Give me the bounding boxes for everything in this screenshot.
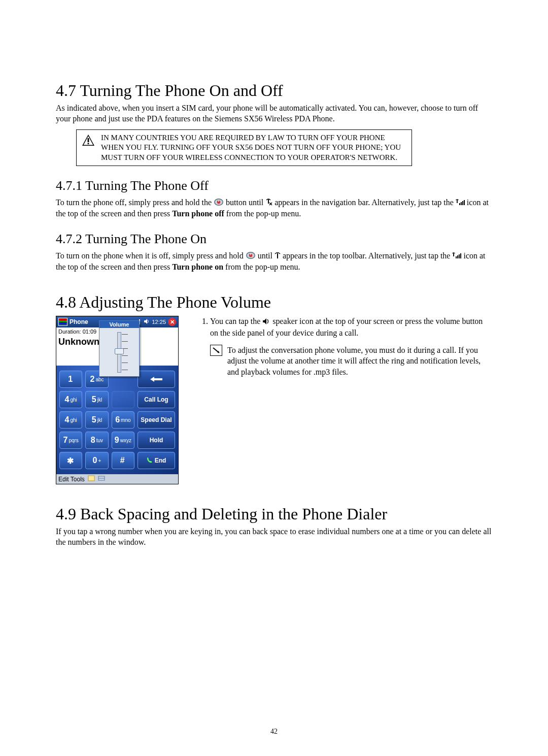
key-star[interactable]: ✱ [59, 452, 82, 469]
volume-slider[interactable] [99, 328, 139, 376]
key-hash[interactable]: # [112, 452, 134, 469]
start-flag-icon [58, 318, 67, 326]
heading-4-9: 4.9 Back Spacing and Deleting in the Pho… [56, 505, 492, 523]
phone-screen: Duration: 01:09 Unknown Volume [56, 327, 178, 484]
backspace-button[interactable] [138, 371, 175, 388]
key-6[interactable] [112, 391, 134, 408]
svg-rect-2 [88, 138, 89, 142]
end-call-button[interactable]: End [138, 452, 175, 469]
phone-title: Phone [70, 318, 88, 325]
key-1[interactable]: 1 [59, 371, 82, 388]
text-bold: Turn phone on [172, 262, 223, 271]
page-number: 42 [0, 728, 548, 736]
key-9[interactable]: 9wxyz [112, 432, 134, 449]
key-5b[interactable]: 5jkl [85, 411, 108, 429]
edit-tools-label[interactable]: Edit Tools [58, 476, 85, 483]
svg-rect-25 [460, 253, 461, 258]
svg-rect-7 [218, 200, 219, 202]
phone-handset-icon [147, 457, 153, 465]
power-button-icon [246, 251, 256, 262]
svg-rect-14 [462, 201, 463, 205]
svg-rect-19 [250, 253, 251, 255]
antenna-off-icon [265, 198, 272, 209]
text-fragment: appears in the navigation bar. Alternati… [275, 198, 456, 207]
volume-popup: Volume [99, 320, 140, 377]
volume-thumb[interactable] [115, 348, 124, 354]
text-fragment: You can tap the [210, 317, 262, 325]
text-fragment: until [258, 251, 275, 260]
svg-marker-30 [144, 319, 147, 324]
volume-section-row: Phone 12:25 ✕ Duration: 01:09 Unknown Vo… [56, 316, 492, 484]
svg-rect-22 [456, 256, 457, 258]
heading-4-7-1: 4.7.1 Turning The Phone Off [56, 178, 492, 193]
svg-marker-31 [150, 377, 162, 382]
svg-marker-35 [263, 318, 266, 324]
call-log-button[interactable]: Call Log [138, 391, 175, 408]
volume-popup-title: Volume [99, 321, 139, 328]
svg-rect-13 [461, 202, 462, 205]
svg-rect-15 [464, 200, 465, 205]
svg-rect-24 [459, 254, 460, 258]
speaker-icon [262, 317, 270, 328]
key-7[interactable]: 7pqrs [59, 432, 82, 449]
note-box-icon [210, 345, 222, 356]
phone-keypad: 1 2abc 4ghi 5jkl Call Log 4ghi 5jkl 6mno… [56, 366, 178, 474]
signal-bars-icon [456, 198, 465, 209]
end-label: End [155, 457, 166, 464]
note-text: To adjust the conversation phone volume,… [227, 345, 492, 378]
phone-time: 12:25 [152, 319, 166, 325]
volume-note: To adjust the conversation phone volume,… [210, 345, 492, 378]
key-0[interactable]: 0+ [85, 452, 108, 469]
para-4-7-1: To turn the phone off, simply press and … [56, 198, 492, 219]
antenna-on-icon [275, 251, 281, 262]
hold-button[interactable]: Hold [138, 432, 175, 449]
key-4[interactable]: 4ghi [59, 391, 82, 408]
text-fragment: To turn on the phone when it is off, sim… [56, 251, 246, 260]
heading-4-7: 4.7 Turning The Phone On and Off [56, 81, 492, 100]
svg-rect-23 [457, 255, 458, 258]
key-5[interactable]: 5jkl [85, 391, 108, 408]
text-fragment: To turn the phone off, simply press and … [56, 198, 214, 207]
document-page: 4.7 Turning The Phone On and Off As indi… [0, 0, 548, 756]
para-4-7-2: To turn on the phone when it is off, sim… [56, 251, 492, 273]
svg-rect-12 [459, 203, 460, 205]
volume-instructions: You can tap the speaker icon at the top … [199, 316, 492, 378]
para-4-9: If you tap a wrong number when you are k… [56, 527, 492, 548]
key-8[interactable]: 8tuv [85, 432, 108, 449]
svg-rect-3 [88, 143, 89, 144]
speed-dial-button[interactable]: Speed Dial [138, 411, 175, 429]
text-bold: Turn phone off [172, 209, 224, 218]
text-fragment: button until [226, 198, 265, 207]
key-6b[interactable]: 6mno [112, 411, 134, 429]
text-fragment: from the pop-up menu. [225, 262, 300, 271]
volume-step-1: You can tap the speaker icon at the top … [210, 316, 492, 339]
warning-text: IN MANY COUNTRIES YOU ARE REQUIRED BY LA… [101, 133, 406, 163]
warning-triangle-icon [82, 133, 95, 146]
text-fragment: appears in the top toolbar. Alternativel… [283, 251, 452, 260]
key-4b[interactable]: 4ghi [59, 411, 82, 429]
phone-bottom-bar: Edit Tools [56, 474, 178, 484]
signal-bars-icon [452, 251, 461, 262]
heading-4-8: 4.8 Adjusting The Phone Volume [56, 293, 492, 312]
svg-rect-32 [88, 476, 94, 481]
notes-icon[interactable] [88, 475, 95, 483]
power-button-icon [214, 198, 224, 209]
text-fragment: from the pop-up menu. [226, 209, 301, 218]
close-icon: ✕ [168, 318, 176, 326]
para-4-7-intro: As indicated above, when you insert a SI… [56, 103, 492, 124]
heading-4-7-2: 4.7.2 Turning The Phone On [56, 232, 492, 247]
warning-box: IN MANY COUNTRIES YOU ARE REQUIRED BY LA… [76, 129, 412, 167]
keyboard-icon[interactable] [98, 475, 105, 483]
phone-screenshot: Phone 12:25 ✕ Duration: 01:09 Unknown Vo… [56, 316, 179, 484]
speaker-small-icon [144, 318, 150, 326]
